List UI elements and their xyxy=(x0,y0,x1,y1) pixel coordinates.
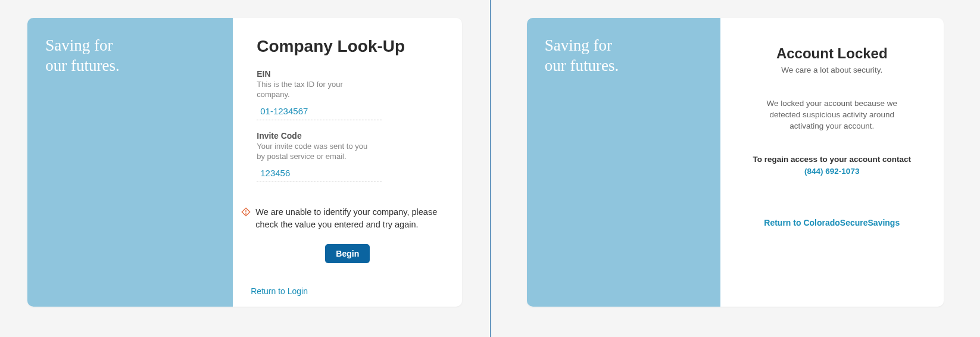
phone-link[interactable]: (844) 692-1073 xyxy=(804,167,859,176)
ein-helper: This is the tax ID for your company. xyxy=(257,80,376,100)
locked-card: Saving for our futures. Account Locked W… xyxy=(527,18,944,307)
locked-subtitle: We care a lot about security. xyxy=(781,65,882,74)
invite-group: Invite Code Your invite code was sent to… xyxy=(257,131,438,182)
ein-label: EIN xyxy=(257,69,438,79)
lookup-panel: Saving for our futures. Company Look-Up … xyxy=(0,0,490,337)
ein-input[interactable] xyxy=(257,104,382,120)
invite-input[interactable] xyxy=(257,166,382,182)
begin-button[interactable]: Begin xyxy=(325,244,370,263)
locked-title: Account Locked xyxy=(776,45,888,62)
hero-right: Saving for our futures. xyxy=(527,18,720,307)
locked-content: Account Locked We care a lot about secur… xyxy=(720,18,944,307)
locked-body: We locked your account because we detect… xyxy=(754,98,909,132)
lookup-content: Company Look-Up EIN This is the tax ID f… xyxy=(233,18,462,307)
lookup-title: Company Look-Up xyxy=(257,37,438,56)
hero-line1: Saving for xyxy=(45,36,215,56)
return-to-login-link[interactable]: Return to Login xyxy=(251,286,308,296)
svg-point-1 xyxy=(246,213,246,214)
error-message: We are unable to identify your company, … xyxy=(255,206,438,231)
return-to-site-link[interactable]: Return to ColoradoSecureSavings xyxy=(764,218,900,227)
hero-line1: Saving for xyxy=(545,36,703,56)
lookup-card: Saving for our futures. Company Look-Up … xyxy=(27,18,462,307)
regain-text: To regain access to your account contact… xyxy=(748,154,915,178)
hero-line2: our futures. xyxy=(545,56,703,76)
regain-prefix: To regain access to your account contact xyxy=(753,155,911,164)
alert-icon xyxy=(241,207,251,219)
invite-label: Invite Code xyxy=(257,131,438,141)
hero-left: Saving for our futures. xyxy=(27,18,233,307)
invite-helper: Your invite code was sent to you by post… xyxy=(257,142,376,162)
hero-line2: our futures. xyxy=(45,56,215,76)
ein-group: EIN This is the tax ID for your company. xyxy=(257,69,438,120)
locked-panel: Saving for our futures. Account Locked W… xyxy=(491,0,981,337)
error-row: We are unable to identify your company, … xyxy=(241,206,438,231)
